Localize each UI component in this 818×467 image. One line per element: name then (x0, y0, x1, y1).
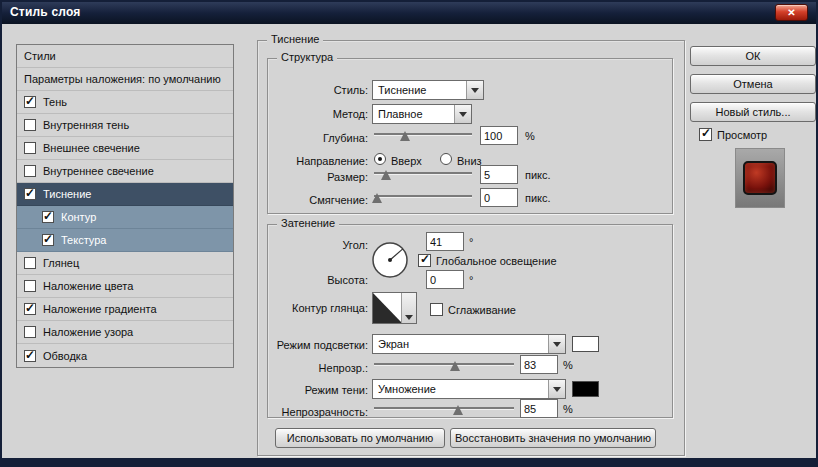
dropdown-arrow-icon (454, 105, 471, 123)
direction-label: Направление: (262, 155, 368, 168)
highlight-color-swatch[interactable] (572, 336, 599, 352)
contour-checkbox[interactable]: ✓ (42, 211, 54, 223)
check-icon: ✓ (25, 301, 35, 315)
angle-unit: ° (469, 236, 473, 249)
list-item-pattern-overlay[interactable]: Наложение узора (17, 321, 233, 344)
list-item-bevel-emboss[interactable]: ✓ Тиснение (17, 183, 233, 206)
new-style-button[interactable]: Новый стиль... (690, 102, 816, 122)
color-overlay-checkbox[interactable] (24, 280, 36, 292)
shadow-opacity-slider[interactable] (374, 402, 514, 416)
style-dropdown[interactable]: Тиснение (372, 80, 484, 100)
method-dropdown[interactable]: Плавное (372, 104, 472, 124)
soften-slider[interactable] (374, 190, 472, 204)
highlight-opacity-slider[interactable] (374, 358, 514, 372)
shadow-opacity-input[interactable] (520, 399, 558, 418)
highlight-opacity-input[interactable] (520, 355, 558, 374)
preview-label: Просмотр (717, 129, 767, 142)
size-slider[interactable] (374, 167, 472, 181)
angle-input[interactable] (426, 232, 464, 251)
angle-dial[interactable] (370, 240, 410, 280)
list-item-drop-shadow[interactable]: ✓ Тень (17, 91, 233, 114)
method-dropdown-value: Плавное (378, 108, 423, 120)
gloss-contour-picker[interactable] (372, 292, 417, 324)
bevel-checkbox[interactable]: ✓ (24, 188, 36, 200)
antialias-checkbox[interactable] (430, 303, 443, 316)
list-item-contour[interactable]: ✓ Контур (17, 206, 233, 229)
depth-input[interactable] (480, 126, 518, 145)
size-label: Размер: (262, 171, 368, 184)
close-icon: ✕ (787, 7, 795, 18)
reset-defaults-button[interactable]: Восстановить значения по умолчанию (450, 428, 656, 448)
outer-glow-checkbox[interactable] (24, 142, 36, 154)
shadow-mode-label: Режим тени: (262, 384, 368, 397)
antialias-label: Сглаживание (448, 304, 516, 317)
size-input[interactable] (480, 165, 518, 184)
styles-list: Стили Параметры наложения: по умолчанию … (16, 44, 234, 368)
shadow-color-swatch[interactable] (572, 381, 599, 397)
slider-thumb[interactable] (372, 193, 382, 203)
inner-shadow-checkbox[interactable] (24, 119, 36, 131)
contour-dropdown-arrow-icon[interactable] (402, 293, 416, 323)
depth-label: Глубина: (262, 132, 368, 145)
shadow-mode-dropdown[interactable]: Умножение (372, 379, 566, 399)
method-label: Метод: (262, 108, 368, 121)
slider-track (374, 133, 472, 135)
direction-up-radio[interactable] (374, 153, 386, 165)
slider-thumb[interactable] (400, 131, 410, 141)
texture-checkbox[interactable]: ✓ (42, 234, 54, 246)
list-item-label: Контур (61, 211, 96, 223)
list-item-label: Наложение цвета (43, 280, 133, 292)
depth-unit: % (525, 130, 535, 143)
highlight-mode-dropdown[interactable]: Экран (372, 334, 566, 354)
check-icon: ✓ (701, 126, 711, 140)
inner-glow-checkbox[interactable] (24, 165, 36, 177)
slider-track (374, 195, 472, 197)
altitude-input[interactable] (426, 270, 464, 289)
list-item-texture[interactable]: ✓ Текстура (17, 229, 233, 252)
list-item-color-overlay[interactable]: Наложение цвета (17, 275, 233, 298)
gradient-overlay-checkbox[interactable]: ✓ (24, 303, 36, 315)
list-item-label: Внешнее свечение (43, 142, 140, 154)
list-item-inner-shadow[interactable]: Внутренняя тень (17, 114, 233, 137)
list-item-label: Текстура (61, 234, 106, 246)
list-item-label: Внутреннее свечение (43, 165, 154, 177)
list-item-label: Обводка (43, 350, 87, 362)
ok-button[interactable]: ОК (690, 46, 816, 66)
dropdown-arrow-icon (548, 335, 565, 353)
size-unit: пикс. (525, 169, 551, 182)
list-item-gradient-overlay[interactable]: ✓ Наложение градиента (17, 298, 233, 321)
close-button[interactable]: ✕ (775, 4, 808, 21)
check-icon: ✓ (25, 348, 35, 362)
slider-thumb[interactable] (381, 170, 391, 180)
list-item-blending-options[interactable]: Параметры наложения: по умолчанию (17, 68, 233, 91)
shadow-mode-value: Умножение (378, 383, 436, 395)
list-item-inner-glow[interactable]: Внутреннее свечение (17, 160, 233, 183)
stroke-checkbox[interactable]: ✓ (24, 350, 36, 362)
list-item-stroke[interactable]: ✓ Обводка (17, 344, 233, 367)
soften-unit: пикс. (525, 192, 551, 205)
cancel-button[interactable]: Отмена (690, 74, 816, 94)
use-defaults-button[interactable]: Использовать по умолчанию (275, 428, 445, 448)
slider-thumb[interactable] (453, 405, 463, 415)
soften-input[interactable] (480, 188, 518, 207)
slider-track (374, 363, 514, 365)
preview-red-button-image (743, 161, 777, 195)
drop-shadow-checkbox[interactable]: ✓ (24, 96, 36, 108)
title-bar[interactable]: Стиль слоя (0, 0, 818, 24)
gloss-contour-label: Контур глянца: (262, 302, 368, 315)
preview-checkbox[interactable]: ✓ (699, 128, 712, 141)
satin-checkbox[interactable] (24, 257, 36, 269)
list-item-label: Тиснение (43, 188, 91, 200)
list-item-styles[interactable]: Стили (17, 45, 233, 68)
slider-thumb[interactable] (450, 361, 460, 371)
list-item-label: Внутренняя тень (43, 119, 129, 131)
list-item-label: Глянец (43, 257, 79, 269)
list-item-satin[interactable]: Глянец (17, 252, 233, 275)
pattern-overlay-checkbox[interactable] (24, 326, 36, 338)
direction-down-radio[interactable] (440, 153, 452, 165)
list-item-outer-glow[interactable]: Внешнее свечение (17, 137, 233, 160)
list-item-label: Наложение узора (43, 326, 133, 338)
depth-slider[interactable] (374, 128, 472, 142)
style-preview-thumbnail (735, 148, 785, 208)
global-light-checkbox[interactable]: ✓ (418, 254, 431, 267)
